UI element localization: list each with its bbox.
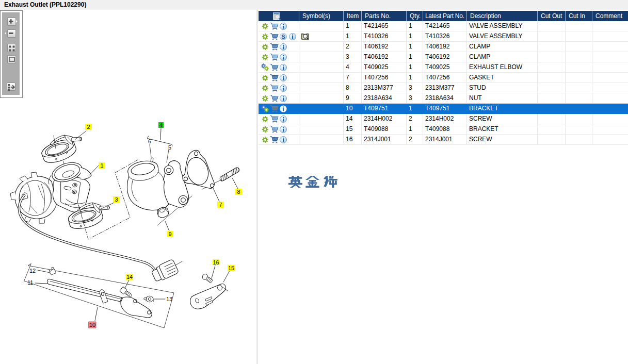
svg-text:8: 8	[237, 189, 240, 195]
svg-text:16: 16	[213, 259, 219, 266]
svg-text:9: 9	[168, 231, 171, 237]
svg-text:15: 15	[228, 265, 234, 271]
svg-text:1: 1	[100, 162, 103, 169]
svg-text:4: 4	[159, 122, 163, 128]
svg-text:3: 3	[115, 196, 118, 203]
svg-text:10: 10	[89, 322, 95, 328]
svg-text:14: 14	[126, 274, 133, 280]
svg-text:5: 5	[168, 144, 171, 151]
svg-text:13: 13	[166, 296, 172, 302]
svg-text:12: 12	[29, 268, 36, 274]
svg-text:6: 6	[148, 138, 151, 144]
svg-text:7: 7	[219, 202, 222, 208]
svg-text:2: 2	[87, 124, 90, 130]
svg-text:11: 11	[27, 279, 33, 286]
